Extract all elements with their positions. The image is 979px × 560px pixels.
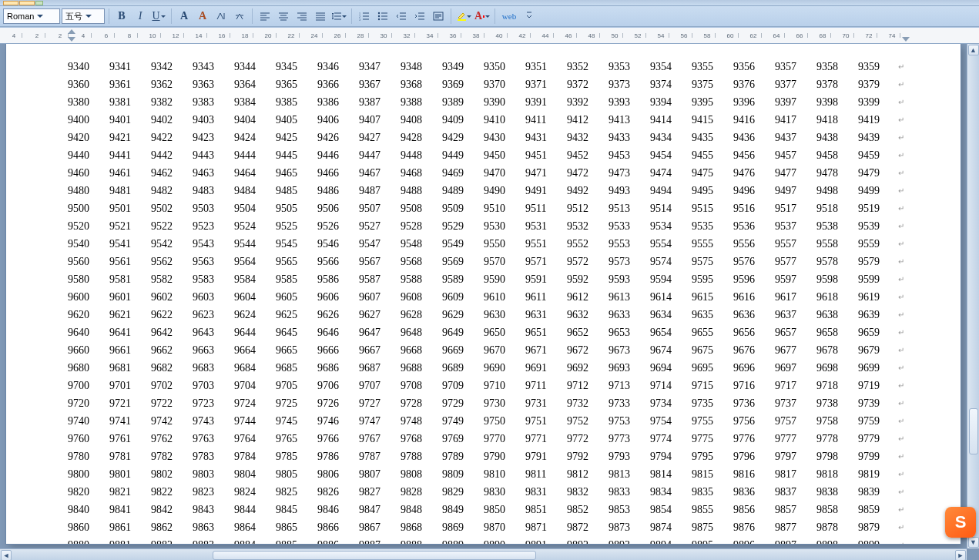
- number-token: 9659: [858, 324, 900, 341]
- number-token: 9803: [193, 465, 234, 483]
- vertical-scrollbar[interactable]: ▲ ▼: [967, 44, 979, 548]
- number-token: 9363: [193, 75, 234, 93]
- number-token: 9862: [151, 518, 193, 536]
- number-token: 9548: [401, 235, 442, 253]
- horizontal-scroll-thumb[interactable]: [213, 551, 536, 560]
- text-line: 9800980198029803980498059806980798089809…: [68, 465, 914, 483]
- scroll-right-button[interactable]: ►: [955, 550, 966, 561]
- number-token: 9401: [109, 111, 151, 129]
- horizontal-scrollbar[interactable]: ◄ ►: [0, 548, 967, 560]
- number-token: 9573: [609, 253, 650, 270]
- number-token: 9615: [692, 288, 733, 306]
- number-token: 9614: [650, 288, 692, 306]
- highlight-color-button[interactable]: [455, 8, 472, 25]
- number-token: 9875: [692, 518, 733, 536]
- align-left-button[interactable]: [256, 8, 273, 25]
- number-token: 9465: [276, 164, 317, 182]
- bulleted-list-button[interactable]: [374, 8, 391, 25]
- number-token: 9551: [525, 235, 567, 253]
- document-page[interactable]: 9340934193429343934493459346934793489349…: [6, 44, 961, 544]
- number-token: 9602: [151, 288, 193, 306]
- character-scaling-button[interactable]: [231, 8, 248, 25]
- number-token: 9491: [525, 182, 567, 200]
- align-center-button[interactable]: [275, 8, 292, 25]
- number-token: 9504: [234, 200, 276, 217]
- scroll-down-button[interactable]: ▼: [968, 537, 979, 548]
- number-token: 9878: [816, 518, 858, 536]
- font-size-combo[interactable]: 五号: [62, 8, 105, 24]
- italic-button[interactable]: I: [132, 8, 149, 25]
- number-token: 9898: [816, 536, 858, 544]
- number-token: 9625: [276, 306, 317, 324]
- font-name-combo[interactable]: Roman: [3, 8, 60, 24]
- number-token: 9633: [609, 306, 650, 324]
- number-token: 9888: [401, 536, 442, 544]
- font-shadow-button[interactable]: A: [194, 8, 211, 25]
- change-case-button[interactable]: [213, 8, 230, 25]
- number-token: 9861: [109, 518, 151, 536]
- number-token: 9519: [858, 200, 900, 217]
- number-token: 9356: [733, 58, 775, 75]
- font-color-button[interactable]: A: [474, 8, 491, 25]
- ruler-label: 8: [122, 32, 137, 39]
- number-token: 9702: [151, 377, 193, 394]
- document-map-button[interactable]: web: [499, 8, 519, 25]
- number-token: 9782: [151, 448, 193, 465]
- left-indent-marker[interactable]: [68, 29, 75, 42]
- number-token: 9870: [484, 518, 525, 536]
- decrease-indent-button[interactable]: [393, 8, 410, 25]
- line-spacing-button[interactable]: [330, 8, 347, 25]
- number-token: 9597: [775, 270, 816, 288]
- number-token: 9500: [68, 200, 109, 217]
- number-token: 9382: [151, 93, 193, 111]
- number-token: 9799: [858, 448, 900, 465]
- scroll-left-button[interactable]: ◄: [1, 550, 12, 561]
- number-token: 9358: [816, 58, 858, 75]
- number-token: 9643: [193, 324, 234, 341]
- align-justify-button[interactable]: [312, 8, 329, 25]
- number-token: 9378: [816, 75, 858, 93]
- font-outline-button[interactable]: A: [176, 8, 193, 25]
- horizontal-ruler[interactable]: 4224681012141618202224262830323436384042…: [0, 27, 979, 44]
- number-token: 9372: [567, 75, 609, 93]
- toolbar-options-button[interactable]: [521, 8, 538, 25]
- number-token: 9563: [193, 253, 234, 270]
- align-right-button[interactable]: [293, 8, 310, 25]
- paragraph-mark-icon: ↵: [898, 129, 904, 146]
- number-token: 9552: [567, 235, 609, 253]
- number-token: 9735: [692, 394, 733, 412]
- underline-button[interactable]: U: [150, 8, 167, 25]
- number-token: 9667: [359, 341, 401, 359]
- ime-indicator[interactable]: S: [945, 507, 976, 538]
- number-token: 9774: [650, 430, 692, 448]
- number-token: 9598: [816, 270, 858, 288]
- vertical-scroll-thumb[interactable]: [969, 408, 978, 454]
- number-token: 9815: [692, 465, 733, 483]
- number-token: 9541: [109, 235, 151, 253]
- paragraph-mark-icon: ↵: [898, 430, 904, 448]
- number-token: 9423: [193, 129, 234, 146]
- ruler-label: 66: [792, 32, 807, 39]
- number-token: 9521: [109, 217, 151, 235]
- number-token: 9560: [68, 253, 109, 270]
- number-token: 9449: [442, 146, 484, 164]
- document-content[interactable]: 9340934193429343934493459346934793489349…: [6, 44, 961, 544]
- right-indent-marker[interactable]: [902, 37, 910, 42]
- paragraph-layout-button[interactable]: [430, 8, 447, 25]
- number-token: 9613: [609, 288, 650, 306]
- scroll-up-button[interactable]: ▲: [968, 45, 979, 55]
- number-token: 9494: [650, 182, 692, 200]
- number-token: 9796: [733, 448, 775, 465]
- number-token: 9518: [816, 200, 858, 217]
- increase-indent-button[interactable]: [411, 8, 428, 25]
- number-token: 9537: [775, 217, 816, 235]
- number-token: 9673: [609, 341, 650, 359]
- numbered-list-button[interactable]: 123: [356, 8, 373, 25]
- font-name-value: Roman: [7, 12, 34, 21]
- number-token: 9490: [484, 182, 525, 200]
- number-token: 9694: [650, 359, 692, 377]
- number-token: 9805: [276, 465, 317, 483]
- number-token: 9730: [484, 394, 525, 412]
- bold-button[interactable]: B: [113, 8, 130, 25]
- ruler-label: 6: [99, 32, 114, 39]
